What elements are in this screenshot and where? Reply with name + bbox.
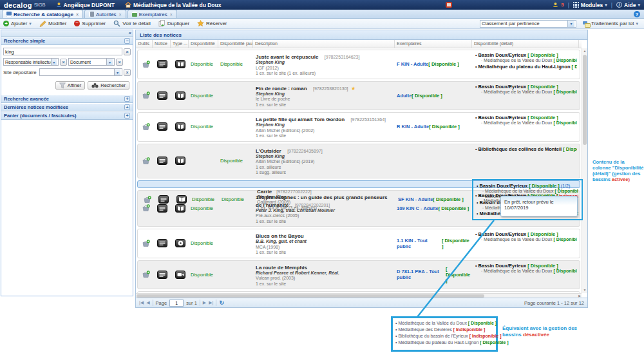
expand-section-icon[interactable]: + [124, 104, 130, 110]
chevron-down-icon: ▾ [51, 59, 57, 65]
add-to-basket-icon[interactable] [142, 61, 150, 68]
search-sidebar: « Recherche simple − × Responsable intel… [1, 30, 133, 296]
scrollbar-thumb[interactable] [583, 55, 587, 145]
simple-search-header[interactable]: Recherche simple − [1, 37, 133, 45]
col-disponibilite-autre[interactable]: Disponibilité (autre ... [218, 40, 253, 48]
close-tab-icon[interactable]: × [119, 12, 122, 17]
add-to-basket-icon[interactable] [142, 91, 150, 99]
basket-header[interactable]: Panier (documents / fascicules) + [1, 111, 133, 120]
clear-doctype-icon[interactable]: × [116, 59, 123, 66]
delete-button[interactable]: − Supprimer [74, 21, 106, 26]
col-exemplaires[interactable]: Exemplaires [395, 40, 472, 48]
table-row[interactable]: DisponibleBlues on the BayouB.B. King, g… [137, 229, 580, 258]
criterion-select[interactable]: Responsable intellectuel ▾ [3, 58, 59, 66]
add-to-basket-icon[interactable] [142, 204, 150, 212]
col-type[interactable]: Type ... [171, 40, 189, 48]
add-to-basket-icon[interactable] [142, 240, 150, 247]
sort-select[interactable]: Classement par pertinence ▾ [480, 20, 576, 28]
first-page-icon[interactable]: |◀ [139, 300, 144, 305]
col-notice[interactable]: Notice [153, 40, 171, 48]
row-tools-cell [138, 82, 153, 110]
expand-section-icon[interactable]: + [124, 96, 130, 102]
tab-autorites[interactable]: Autorités × [84, 10, 126, 18]
notice-badge-icon [153, 144, 171, 178]
session-indicator[interactable]: 5 [553, 2, 564, 8]
results-panel: Liste des notices Outils Notice Type ...… [135, 30, 588, 308]
alert-icon[interactable] [446, 2, 452, 8]
refresh-icon[interactable]: ↻ [219, 300, 224, 306]
col-disponibilite[interactable]: Disponibilité [189, 40, 218, 48]
horizontal-scrollbar[interactable]: ▶ [136, 293, 582, 298]
availability-other-cell [219, 191, 254, 227]
chevron-down-icon: ▾ [29, 21, 32, 26]
availability-other-cell: Disponible [219, 50, 254, 79]
action-toolbar: + Ajouter ▾ Modifier − Supprimer Voir le… [0, 19, 644, 29]
home-icon [125, 2, 131, 8]
add-to-basket-icon[interactable] [142, 123, 150, 131]
search-input[interactable] [3, 48, 122, 55]
annotation-equivalent-note: Équivalent avec la gestion des bassins d… [502, 325, 580, 338]
vertical-scrollbar[interactable]: ▲ ▼ [582, 48, 587, 293]
close-tab-icon[interactable]: × [170, 12, 173, 17]
help-button[interactable]: ? [634, 11, 640, 17]
tab-recherche-catalogage[interactable]: Recherche & catalogage × [2, 10, 83, 18]
copies-cell: 109 KIN C - Adulte [ Disponible ] [395, 191, 473, 227]
col-disponibilite-detail[interactable]: Disponibilité (détail) [472, 40, 579, 48]
clear-criterion-icon[interactable]: × [60, 59, 67, 66]
row-tools-cell [138, 191, 153, 227]
col-description[interactable]: Description [253, 40, 395, 48]
current-site[interactable]: Médiathèque de la Vallée du Doux [125, 2, 222, 8]
record-description: La route de MemphisRichard Pearce et Rob… [254, 261, 395, 289]
row-tools-cell [138, 50, 153, 79]
scroll-right-icon[interactable]: ▶ [578, 294, 581, 298]
add-to-basket-icon[interactable] [142, 157, 150, 165]
table-row[interactable]: DisponibleDisponibleJuste avant le crépu… [137, 50, 580, 79]
next-page-icon[interactable]: ▶ [203, 300, 206, 305]
table-row[interactable]: DisponibleLa petite fille qui aimait Tom… [137, 112, 580, 142]
close-tab-icon[interactable]: × [76, 12, 79, 17]
collapse-section-icon[interactable]: − [124, 38, 130, 44]
copies-cell [395, 144, 473, 178]
add-to-basket-icon[interactable] [142, 271, 150, 278]
page-of: sur 1 [186, 300, 197, 306]
edit-button[interactable]: Modifier [39, 21, 66, 27]
last-page-icon[interactable]: ▶| [209, 300, 213, 305]
duplicate-button[interactable]: Dupliquer [158, 20, 189, 27]
modules-menu[interactable]: Modules ▾ [573, 2, 607, 8]
help-menu[interactable]: i Aide ▾ [616, 2, 640, 8]
clear-search-icon[interactable]: × [124, 48, 131, 55]
doc-type-select[interactable]: Document ▾ [68, 58, 115, 66]
site-select[interactable]: ▾ [39, 68, 122, 76]
expand-section-icon[interactable]: + [124, 113, 130, 119]
scrollbar-thumb[interactable] [137, 294, 484, 298]
availability-detail-cell: • Bibliothèque des collines de Monteil [… [473, 144, 578, 178]
funnel-icon [59, 82, 66, 89]
table-row[interactable]: DisponibleL'Outsider [9782226435897]Step… [137, 144, 580, 178]
view-detail-button[interactable]: Voir le détail [113, 20, 151, 27]
add-button[interactable]: + Ajouter ▾ [3, 21, 32, 26]
magnifier-icon [113, 20, 120, 27]
clear-site-icon[interactable]: × [124, 69, 131, 76]
video-type-icon [171, 261, 189, 289]
page-input[interactable] [169, 300, 184, 307]
notice-badge-icon [153, 50, 171, 79]
col-outils[interactable]: Outils [136, 40, 153, 48]
copies-cell: 1.1 KIN - Tout public [ Disponible ] [395, 229, 473, 258]
prev-page-icon[interactable]: ◀ [146, 300, 149, 305]
recent-records-header[interactable]: Dernières notices modifiées + [1, 103, 133, 111]
batch-actions-button[interactable]: Traitements par lot ▾ [583, 21, 638, 26]
reserve-button[interactable]: Réserver [197, 20, 227, 27]
current-user[interactable]: Angélique DUPONT [56, 2, 115, 8]
refine-button[interactable]: Affiner [55, 81, 86, 90]
tab-exemplaires[interactable]: Exemplaires × [128, 10, 177, 18]
table-row[interactable]: DisponibleFin de ronde : roman [97822538… [137, 81, 580, 111]
collapse-sidebar-button[interactable]: « [129, 31, 131, 36]
search-button[interactable]: Rechercher [88, 81, 129, 90]
chevron-down-icon: ▾ [106, 59, 113, 65]
advanced-search-header[interactable]: Recherche avancée + [1, 95, 133, 103]
detail-item: • Bassin Doux/Eyrieux [ Disponible ] [475, 115, 577, 120]
scroll-up-icon[interactable]: ▲ [582, 48, 587, 54]
table-row[interactable]: DisponibleLa route de MemphisRichard Pea… [137, 260, 580, 290]
availability-other-cell [219, 82, 254, 110]
scroll-down-icon[interactable]: ▼ [582, 287, 587, 293]
